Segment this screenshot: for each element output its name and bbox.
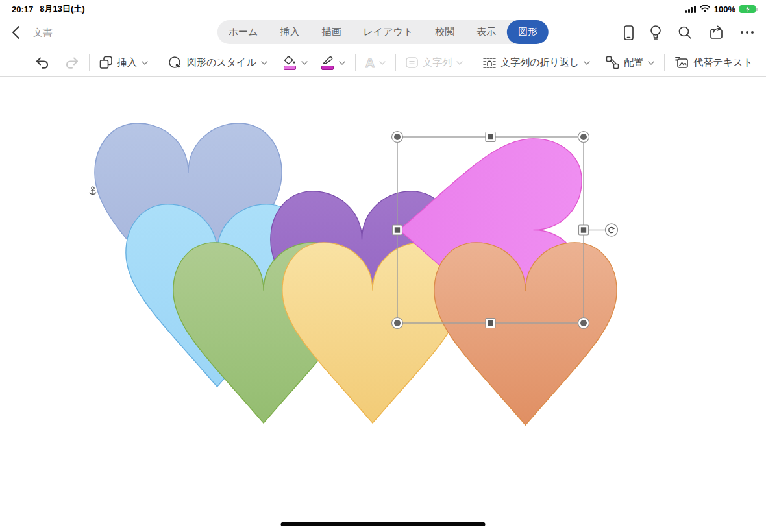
resize-handle-corner-dot[interactable] xyxy=(394,134,401,140)
cellular-signal-icon xyxy=(685,6,696,13)
tab-view[interactable]: 表示 xyxy=(465,20,507,44)
document-canvas[interactable] xyxy=(0,77,766,532)
alt-text-icon xyxy=(674,56,689,69)
tab-shape[interactable]: 図形 xyxy=(507,20,549,44)
drawing-canvas-svg xyxy=(0,77,766,532)
share-button[interactable] xyxy=(708,25,724,40)
shape-style-icon xyxy=(168,56,182,69)
clock: 20:17 xyxy=(12,5,33,14)
tips-lightbulb-button[interactable] xyxy=(650,25,661,40)
chevron-down-icon xyxy=(339,61,345,65)
text-box-button: 文字列 xyxy=(406,56,463,69)
tab-draw[interactable]: 描画 xyxy=(310,20,352,44)
resize-handle-corner-dot[interactable] xyxy=(580,320,587,326)
redo-icon xyxy=(65,56,79,69)
chevron-down-icon xyxy=(261,61,267,65)
tab-review[interactable]: 校閲 xyxy=(424,20,465,44)
text-wrap-button[interactable]: 文字列の折り返し xyxy=(483,56,590,69)
status-bar: 20:17 8月13日(土) 100% xyxy=(0,0,766,17)
fill-color-button[interactable] xyxy=(283,56,308,70)
text-effects-icon: A xyxy=(365,56,375,69)
battery-percent: 100% xyxy=(714,5,735,14)
chevron-down-icon xyxy=(379,61,386,65)
text-effects-button: A xyxy=(365,56,386,69)
tab-home[interactable]: ホーム xyxy=(217,20,269,44)
chevron-down-icon xyxy=(648,61,654,65)
navigation-bar: 文書 ホーム 挿入 描画 レイアウト 校閲 表示 図形 xyxy=(0,16,766,49)
chevron-down-icon xyxy=(142,61,148,65)
resize-handle-edge-dot[interactable] xyxy=(581,227,586,232)
resize-handle-edge-dot[interactable] xyxy=(488,320,493,326)
outline-color-swatch xyxy=(321,66,334,70)
chevron-down-icon xyxy=(456,61,463,65)
chevron-down-icon xyxy=(584,61,590,65)
fill-bucket-icon xyxy=(283,56,297,65)
wifi-icon xyxy=(700,5,710,14)
resize-handle-corner-dot[interactable] xyxy=(394,320,401,326)
alt-text-button[interactable]: 代替テキスト xyxy=(674,56,752,69)
ribbon-tab-bar: ホーム 挿入 描画 レイアウト 校閲 表示 図形 xyxy=(217,20,549,44)
tab-insert[interactable]: 挿入 xyxy=(269,20,310,44)
more-options-button[interactable] xyxy=(740,30,754,34)
rotate-handle[interactable] xyxy=(606,224,618,236)
fill-color-swatch xyxy=(284,66,296,70)
back-button[interactable] xyxy=(12,25,20,40)
arrange-button[interactable]: 配置 xyxy=(606,56,654,69)
date: 8月13日(土) xyxy=(40,3,84,15)
shape-ribbon-toolbar: 挿入 図形のスタイル xyxy=(0,49,766,77)
home-indicator[interactable] xyxy=(281,522,486,527)
object-anchor-icon xyxy=(90,187,96,195)
text-box-icon xyxy=(406,57,418,68)
chevron-down-icon xyxy=(301,61,308,65)
battery-charging-icon xyxy=(739,5,756,13)
insert-shape-button[interactable]: 挿入 xyxy=(99,56,148,69)
undo-button[interactable] xyxy=(35,56,49,69)
search-icon[interactable] xyxy=(678,25,692,40)
resize-handle-edge-dot[interactable] xyxy=(395,227,400,232)
document-title[interactable]: 文書 xyxy=(33,27,53,39)
insert-shape-icon xyxy=(99,56,113,69)
tab-layout[interactable]: レイアウト xyxy=(352,20,424,44)
outline-pen-icon xyxy=(321,56,334,65)
resize-handle-corner-dot[interactable] xyxy=(580,134,587,140)
redo-button[interactable] xyxy=(65,56,79,69)
outline-color-button[interactable] xyxy=(321,56,345,70)
resize-handle-edge-dot[interactable] xyxy=(488,134,493,139)
mobile-view-button[interactable] xyxy=(624,25,634,40)
arrange-icon xyxy=(606,56,619,69)
text-wrap-icon xyxy=(483,57,496,69)
undo-icon xyxy=(35,56,49,69)
shape-style-button[interactable]: 図形のスタイル xyxy=(168,56,267,69)
